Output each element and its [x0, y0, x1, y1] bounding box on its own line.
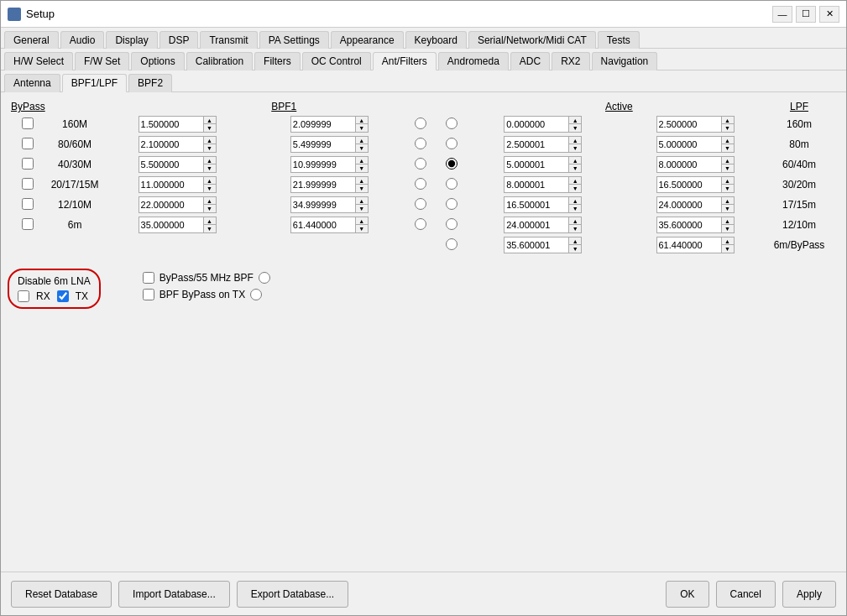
tab-antenna[interactable]: Antenna: [4, 74, 60, 92]
tab-audio[interactable]: Audio: [60, 31, 105, 49]
bpf1-low-1-up[interactable]: ▲: [204, 137, 216, 144]
bpf1-low-4-up[interactable]: ▲: [204, 197, 216, 205]
lpf-low-6-up[interactable]: ▲: [569, 238, 581, 245]
lpf-high-1-input[interactable]: [656, 136, 722, 153]
lpf-high-5-down[interactable]: ▼: [722, 225, 734, 232]
lpf-high-3-down[interactable]: ▼: [722, 185, 734, 192]
bpf1-high-2-down[interactable]: ▼: [356, 164, 368, 172]
lpf-low-2-input[interactable]: [504, 156, 569, 173]
lpf-high-2-up[interactable]: ▲: [722, 157, 734, 164]
maximize-button[interactable]: ☐: [796, 6, 816, 23]
radio2-0[interactable]: [446, 117, 457, 129]
tab-transmit[interactable]: Transmit: [200, 31, 257, 49]
bpf1-high-0-up[interactable]: ▲: [356, 117, 368, 124]
tab-filters[interactable]: Filters: [254, 52, 301, 70]
bpf1-high-4-up[interactable]: ▲: [356, 197, 368, 205]
tx-checkbox[interactable]: [57, 290, 69, 302]
lpf-high-5-input[interactable]: [656, 217, 722, 233]
tab-pa-settings[interactable]: PA Settings: [259, 31, 329, 49]
lpf-high-3-input[interactable]: [656, 176, 722, 193]
close-button[interactable]: ✕: [819, 6, 839, 23]
bypass55-checkbox[interactable]: [143, 272, 154, 284]
bpf1-low-2-input[interactable]: [139, 156, 204, 173]
bpf1-low-5-input[interactable]: [139, 217, 204, 233]
bypass-cb-4[interactable]: [22, 198, 34, 210]
tab-options[interactable]: Options: [131, 52, 184, 70]
bypass55-radio[interactable]: [259, 272, 270, 284]
apply-button[interactable]: Apply: [782, 581, 836, 608]
bpf1-low-4-down[interactable]: ▼: [204, 205, 216, 212]
bpf1-low-0-input[interactable]: [139, 116, 204, 133]
radio2-4[interactable]: [446, 198, 457, 210]
lpf-high-0-up[interactable]: ▲: [722, 117, 734, 124]
lpf-low-6-input[interactable]: [504, 237, 569, 253]
tab-appearance[interactable]: Appearance: [331, 31, 404, 49]
lpf-low-3-input[interactable]: [504, 176, 569, 193]
rx-checkbox[interactable]: [18, 290, 29, 302]
minimize-button[interactable]: —: [772, 6, 792, 23]
bpf1-low-3-input[interactable]: [139, 176, 204, 193]
lpf-low-6-down[interactable]: ▼: [569, 245, 581, 253]
radio1-0[interactable]: [415, 117, 426, 129]
bpf1-high-2-up[interactable]: ▲: [356, 157, 368, 164]
lpf-low-0-input[interactable]: [504, 116, 569, 133]
lpf-high-2-input[interactable]: [656, 156, 722, 173]
bpf1-low-3-down[interactable]: ▼: [204, 185, 216, 192]
bpf1-low-1-input[interactable]: [139, 136, 204, 153]
bpf1-high-3-down[interactable]: ▼: [356, 185, 368, 192]
lpf-high-2-down[interactable]: ▼: [722, 164, 734, 172]
radio2-3[interactable]: [446, 178, 457, 190]
lpf-low-0-down[interactable]: ▼: [569, 124, 581, 132]
bpf1-low-5-up[interactable]: ▲: [204, 217, 216, 225]
bpf1-high-5-up[interactable]: ▲: [356, 217, 368, 225]
export-database-button[interactable]: Export Database...: [237, 581, 348, 608]
radio1-1[interactable]: [415, 138, 426, 149]
lpf-low-2-up[interactable]: ▲: [569, 157, 581, 164]
lpf-high-6-up[interactable]: ▲: [722, 238, 734, 245]
tab-tests[interactable]: Tests: [598, 31, 640, 49]
lpf-high-0-input[interactable]: [656, 116, 722, 133]
radio2-6[interactable]: [446, 238, 457, 250]
radio2-1[interactable]: [446, 138, 457, 149]
lpf-low-4-up[interactable]: ▲: [569, 197, 581, 205]
radio1-5[interactable]: [415, 218, 426, 230]
radio1-2[interactable]: [415, 158, 426, 170]
bpf1-high-3-up[interactable]: ▲: [356, 177, 368, 185]
ok-button[interactable]: OK: [666, 581, 708, 608]
bpf1-high-2-input[interactable]: [290, 156, 356, 173]
bpf1-low-1-down[interactable]: ▼: [204, 144, 216, 152]
cancel-button[interactable]: Cancel: [716, 581, 776, 608]
bpf1-low-0-down[interactable]: ▼: [204, 124, 216, 132]
bpf1-high-1-down[interactable]: ▼: [356, 144, 368, 152]
lpf-low-4-down[interactable]: ▼: [569, 205, 581, 212]
lpf-low-4-input[interactable]: [504, 196, 569, 213]
lpf-low-3-down[interactable]: ▼: [569, 185, 581, 192]
tab-serial[interactable]: Serial/Network/Midi CAT: [468, 31, 596, 49]
tab-fw-set[interactable]: F/W Set: [75, 52, 129, 70]
bpf1-high-4-down[interactable]: ▼: [356, 205, 368, 212]
bpf1-high-0-input[interactable]: [290, 116, 356, 133]
bypass-cb-1[interactable]: [22, 138, 34, 149]
tab-bpf1-lpf[interactable]: BPF1/LPF: [62, 74, 127, 92]
tab-adc[interactable]: ADC: [510, 52, 550, 70]
lpf-low-2-down[interactable]: ▼: [569, 164, 581, 172]
lpf-low-0-up[interactable]: ▲: [569, 117, 581, 124]
reset-database-button[interactable]: Reset Database: [11, 581, 112, 608]
radio2-5[interactable]: [446, 218, 457, 230]
lpf-high-0-down[interactable]: ▼: [722, 124, 734, 132]
lpf-high-4-input[interactable]: [656, 196, 722, 213]
bpf1-low-4-input[interactable]: [139, 196, 204, 213]
tab-bpf2[interactable]: BPF2: [128, 74, 172, 92]
tab-navigation[interactable]: Navigation: [592, 52, 658, 70]
bpf-bypass-tx-radio[interactable]: [250, 289, 262, 300]
bpf1-low-2-up[interactable]: ▲: [204, 157, 216, 164]
bypass-cb-5[interactable]: [22, 218, 34, 230]
lpf-high-4-up[interactable]: ▲: [722, 197, 734, 205]
lpf-high-6-input[interactable]: [656, 237, 722, 253]
tab-rx2[interactable]: RX2: [552, 52, 589, 70]
lpf-high-1-down[interactable]: ▼: [722, 144, 734, 152]
tab-andromeda[interactable]: Andromeda: [438, 52, 509, 70]
lpf-low-3-up[interactable]: ▲: [569, 177, 581, 185]
bypass-cb-0[interactable]: [22, 117, 34, 129]
lpf-low-5-up[interactable]: ▲: [569, 217, 581, 225]
